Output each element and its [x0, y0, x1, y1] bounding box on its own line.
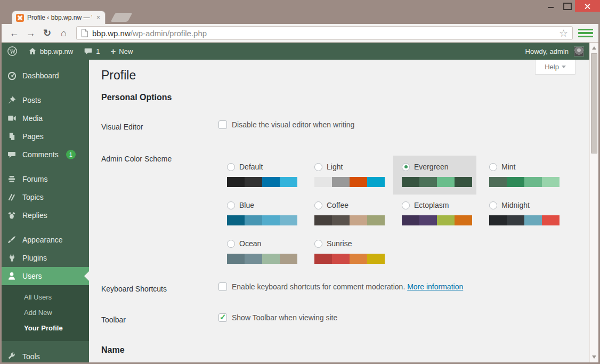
- scheme-name: Ocean: [239, 239, 261, 248]
- admin-sidebar: DashboardPostsMediaPagesComments1ForumsT…: [2, 60, 89, 362]
- bookmark-star-icon[interactable]: ☆: [559, 28, 568, 38]
- color-scheme-option-default[interactable]: Default: [218, 156, 302, 195]
- submenu-item-add-new[interactable]: Add New: [2, 305, 89, 320]
- scheme-swatches: [402, 215, 472, 225]
- scheme-name: Midnight: [501, 201, 530, 209]
- radio-midnight[interactable]: [489, 201, 497, 209]
- color-scheme-option-ocean[interactable]: Ocean: [218, 232, 302, 271]
- scheme-swatches: [314, 177, 385, 187]
- sidebar-item-users[interactable]: Users: [2, 267, 89, 285]
- users-submenu: All UsersAdd NewYour Profile: [2, 285, 89, 341]
- sidebar-item-label: Tools: [22, 352, 40, 361]
- visual-editor-row: Disable the visual editor when writing: [218, 120, 354, 129]
- help-button[interactable]: Help: [535, 60, 575, 75]
- browser-tab[interactable]: Profile ‹ bbp.wp.nw — Wo ×: [12, 11, 106, 24]
- user-avatar[interactable]: [574, 46, 584, 56]
- visual-editor-checkbox[interactable]: [218, 120, 227, 129]
- page-scrollbar[interactable]: [589, 43, 598, 362]
- forward-icon[interactable]: →: [23, 26, 38, 41]
- pin-icon: [6, 95, 17, 105]
- color-scheme-option-midnight[interactable]: Midnight: [481, 194, 564, 233]
- scroll-up-arrow-icon[interactable]: [590, 44, 598, 52]
- color-scheme-option-blue[interactable]: Blue: [218, 194, 302, 233]
- sidebar-item-label: Users: [22, 272, 42, 280]
- tools-icon: [6, 352, 17, 361]
- scheme-name: Ectoplasm: [414, 201, 449, 209]
- sidebar-item-tools[interactable]: Tools: [2, 347, 89, 362]
- color-scheme-option-sunrise[interactable]: Sunrise: [306, 232, 389, 271]
- radio-evergreen[interactable]: [402, 163, 410, 171]
- sidebar-item-replies[interactable]: Replies: [2, 206, 89, 224]
- personal-options-heading: Personal Options: [101, 93, 172, 102]
- browser-window: Profile ‹ bbp.wp.nw — Wo × ← → ↻ ⌂ bbp.w…: [0, 0, 600, 364]
- more-information-link[interactable]: More information: [407, 282, 463, 291]
- scheme-swatches: [227, 254, 297, 264]
- comments-menu[interactable]: 1: [78, 43, 105, 60]
- home-icon[interactable]: ⌂: [56, 26, 71, 41]
- sidebar-item-comments[interactable]: Comments1: [2, 145, 89, 164]
- sidebar-item-label: Comments: [22, 150, 59, 159]
- scroll-down-arrow-icon[interactable]: [590, 353, 598, 361]
- submenu-item-all-users[interactable]: All Users: [2, 289, 89, 305]
- radio-light[interactable]: [314, 163, 322, 171]
- new-content-menu[interactable]: + New: [105, 43, 138, 60]
- minimize-button[interactable]: [543, 0, 559, 12]
- wp-logo-icon[interactable]: [2, 43, 23, 60]
- scheme-name: Light: [327, 163, 343, 171]
- radio-default[interactable]: [227, 163, 235, 171]
- scheme-swatches: [489, 177, 560, 187]
- sidebar-item-label: Forums: [22, 175, 47, 183]
- browser-menu-icon[interactable]: [578, 27, 593, 39]
- url-text[interactable]: bbp.wp.nw/wp-admin/profile.php: [92, 29, 207, 38]
- page-title: Profile: [101, 68, 136, 83]
- submenu-item-your-profile[interactable]: Your Profile: [2, 320, 89, 336]
- sidebar-item-dashboard[interactable]: Dashboard: [2, 67, 89, 85]
- site-name-menu[interactable]: bbp.wp.nw: [23, 43, 78, 60]
- radio-blue[interactable]: [227, 201, 235, 209]
- sidebar-item-label: Media: [22, 114, 43, 123]
- plus-icon: +: [110, 47, 116, 56]
- color-scheme-option-light[interactable]: Light: [306, 156, 389, 195]
- scheme-swatches: [227, 177, 297, 187]
- window-controls: [543, 0, 600, 12]
- comments-icon: [6, 150, 17, 159]
- sidebar-item-plugins[interactable]: Plugins: [2, 249, 89, 267]
- url-bar[interactable]: bbp.wp.nw/wp-admin/profile.php ☆: [76, 26, 573, 40]
- my-account-menu[interactable]: Howdy, admin: [520, 43, 574, 60]
- sidebar-item-label: Pages: [22, 132, 44, 141]
- main-content: Help Profile Personal Options Visual Edi…: [89, 60, 589, 362]
- radio-coffee[interactable]: [314, 201, 322, 209]
- page-icon: [81, 29, 88, 37]
- new-label: New: [119, 47, 133, 55]
- pages-icon: [6, 132, 17, 141]
- sidebar-item-posts[interactable]: Posts: [2, 91, 89, 109]
- sidebar-item-media[interactable]: Media: [2, 109, 89, 127]
- sidebar-item-topics[interactable]: Topics: [2, 188, 89, 206]
- back-icon[interactable]: ←: [7, 26, 21, 41]
- close-button[interactable]: [575, 0, 600, 12]
- scheme-swatches: [314, 215, 385, 225]
- wp-admin-bar: bbp.wp.nw 1 + New Howdy, admin: [2, 43, 589, 60]
- tab-close-icon[interactable]: ×: [95, 14, 101, 21]
- color-scheme-option-evergreen[interactable]: Evergreen: [393, 156, 476, 195]
- scheme-name: Evergreen: [414, 163, 449, 171]
- sidebar-item-pages[interactable]: Pages: [2, 127, 89, 145]
- scrollbar-thumb[interactable]: [591, 53, 597, 153]
- color-scheme-option-ectoplasm[interactable]: Ectoplasm: [393, 194, 476, 233]
- radio-ocean[interactable]: [227, 240, 235, 248]
- color-scheme-option-coffee[interactable]: Coffee: [306, 194, 389, 233]
- color-scheme-option-mint[interactable]: Mint: [481, 156, 564, 195]
- maximize-button[interactable]: [559, 0, 575, 12]
- topics-icon: [6, 192, 17, 202]
- new-tab-button[interactable]: [110, 13, 132, 22]
- sidebar-item-forums[interactable]: Forums: [2, 170, 89, 188]
- radio-ectoplasm[interactable]: [402, 201, 410, 209]
- keyboard-shortcuts-checkbox[interactable]: [218, 282, 227, 291]
- radio-mint[interactable]: [489, 163, 497, 171]
- sidebar-item-appearance[interactable]: Appearance: [2, 231, 89, 249]
- name-heading: Name: [101, 345, 125, 355]
- reload-icon[interactable]: ↻: [40, 26, 54, 41]
- radio-sunrise[interactable]: [314, 240, 322, 248]
- sidebar-item-label: Replies: [22, 211, 47, 220]
- toolbar-checkbox[interactable]: [218, 313, 227, 322]
